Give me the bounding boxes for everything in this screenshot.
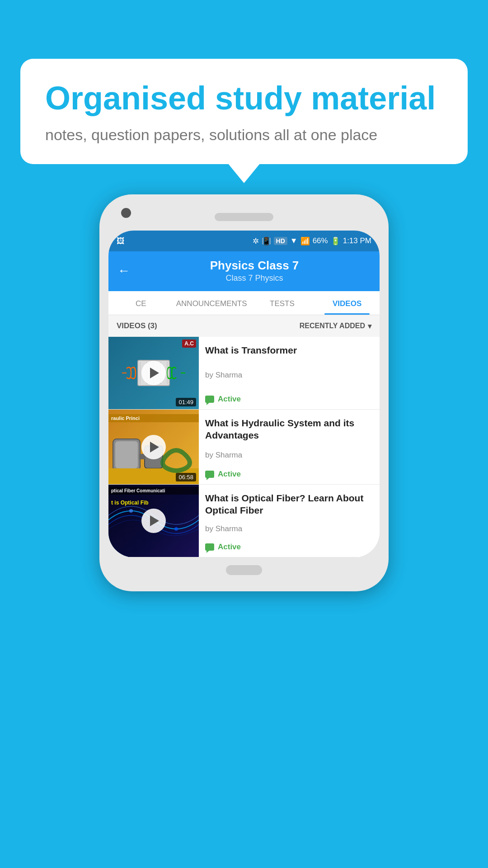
phone-top-hardware bbox=[108, 203, 380, 231]
video-item-1[interactable]: A.C 01:49 What is Transformer by Sharma … bbox=[108, 337, 380, 410]
phone-screen: 🖼 ✲ 📳 HD ▼ 📶 66% 🔋 1:13 PM ← bbox=[108, 231, 380, 557]
video-count-label: VIDEOS (3) bbox=[117, 321, 157, 330]
tabs-bar: CE ANNOUNCEMENTS TESTS VIDEOS bbox=[108, 291, 380, 315]
video-title-1: What is Transformer bbox=[205, 344, 373, 356]
chevron-down-icon: ▾ bbox=[368, 322, 371, 330]
tab-announcements[interactable]: ANNOUNCEMENTS bbox=[174, 291, 250, 315]
tab-ce[interactable]: CE bbox=[108, 291, 174, 315]
svg-point-15 bbox=[174, 527, 178, 531]
camera-dot bbox=[121, 208, 131, 218]
status-left: 🖼 bbox=[117, 236, 125, 246]
battery-pct: 66% bbox=[313, 236, 328, 245]
bluetooth-icon: ✲ bbox=[253, 236, 259, 246]
svg-rect-9 bbox=[115, 441, 138, 468]
video-author-3: by Sharma bbox=[205, 524, 373, 533]
list-header: VIDEOS (3) RECENTLY ADDED ▾ bbox=[108, 315, 380, 337]
back-button[interactable]: ← bbox=[117, 264, 130, 278]
bubble-title: Organised study material bbox=[45, 80, 443, 116]
video-info-1: What is Transformer by Sharma Active bbox=[199, 337, 380, 409]
video-thumb-1: A.C 01:49 bbox=[108, 337, 199, 409]
vibrate-icon: 📳 bbox=[262, 236, 271, 246]
signal-icon: 📶 bbox=[300, 236, 310, 246]
chat-icon-3 bbox=[205, 543, 214, 551]
video-info-2: What is Hydraulic System and its Advanta… bbox=[199, 410, 380, 484]
phone-bottom-hardware bbox=[108, 557, 380, 582]
play-button-2[interactable] bbox=[141, 435, 166, 459]
chat-icon-2 bbox=[205, 471, 214, 478]
video-status-2: Active bbox=[205, 470, 373, 479]
status-right: ✲ 📳 HD ▼ 📶 66% 🔋 1:13 PM bbox=[253, 236, 371, 246]
clock: 1:13 PM bbox=[343, 236, 371, 245]
battery-icon: 🔋 bbox=[331, 236, 340, 246]
speech-bubble: Organised study material notes, question… bbox=[20, 59, 468, 164]
video-item-2[interactable]: raulic Princi bbox=[108, 410, 380, 485]
video-thumb-2: raulic Princi bbox=[108, 410, 199, 484]
video-author-1: by Sharma bbox=[205, 371, 373, 380]
play-button-1[interactable] bbox=[141, 361, 166, 385]
video-item-3[interactable]: ptical Fiber Communicati t is Optical Fi… bbox=[108, 485, 380, 557]
header-breadcrumb: Class 7 Physics bbox=[138, 274, 371, 283]
speaker-slot bbox=[215, 213, 273, 221]
video-author-2: by Sharma bbox=[205, 451, 373, 460]
sort-button[interactable]: RECENTLY ADDED ▾ bbox=[300, 322, 371, 330]
video-status-1: Active bbox=[205, 395, 373, 404]
header-text: Physics Class 7 Class 7 Physics bbox=[138, 259, 371, 283]
video-thumb-3: ptical Fiber Communicati t is Optical Fi… bbox=[108, 485, 199, 557]
wifi-icon: ▼ bbox=[290, 236, 298, 245]
video-duration-1: 01:49 bbox=[176, 398, 196, 406]
photo-icon: 🖼 bbox=[117, 236, 125, 246]
video-title-3: What is Optical Fiber? Learn About Optic… bbox=[205, 492, 373, 517]
thumb-label-1: A.C bbox=[182, 340, 196, 348]
home-button bbox=[226, 565, 262, 575]
video-duration-2: 06:58 bbox=[176, 473, 196, 481]
header-title: Physics Class 7 bbox=[138, 259, 371, 273]
video-status-3: Active bbox=[205, 542, 373, 552]
app-header: ← Physics Class 7 Class 7 Physics bbox=[108, 251, 380, 291]
video-info-3: What is Optical Fiber? Learn About Optic… bbox=[199, 485, 380, 557]
video-title-2: What is Hydraulic System and its Advanta… bbox=[205, 417, 373, 442]
play-button-3[interactable] bbox=[141, 509, 166, 533]
tab-videos[interactable]: VIDEOS bbox=[314, 291, 380, 315]
status-bar: 🖼 ✲ 📳 HD ▼ 📶 66% 🔋 1:13 PM bbox=[108, 231, 380, 251]
phone-mockup: 🖼 ✲ 📳 HD ▼ 📶 66% 🔋 1:13 PM ← bbox=[99, 194, 389, 591]
tab-tests[interactable]: TESTS bbox=[250, 291, 315, 315]
bubble-subtitle: notes, question papers, solutions all at… bbox=[45, 126, 443, 144]
svg-point-14 bbox=[129, 509, 133, 513]
hd-label: HD bbox=[274, 237, 287, 245]
chat-icon-1 bbox=[205, 396, 214, 403]
